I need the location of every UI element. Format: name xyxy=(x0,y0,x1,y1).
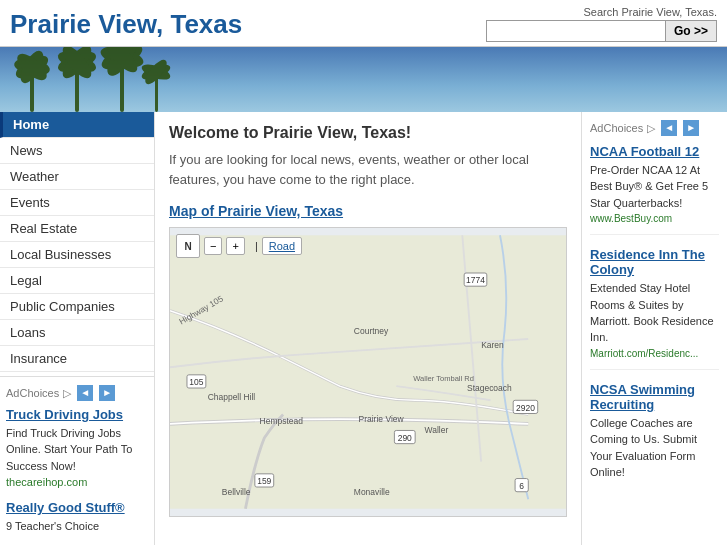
sidebar-adchoices-bar: AdChoices ▷ ◄ ► xyxy=(6,385,148,401)
sidebar-item-realestate[interactable]: Real Estate xyxy=(0,216,154,242)
svg-text:Karen: Karen xyxy=(481,340,504,350)
svg-text:Courtney: Courtney xyxy=(354,326,389,336)
svg-text:1774: 1774 xyxy=(466,275,485,285)
sidebar-item-news[interactable]: News xyxy=(0,138,154,164)
map-svg[interactable]: Courtney Karen Chappell Hill Hempstead P… xyxy=(170,228,566,516)
right-ad-2-url: Marriott.com/Residenc... xyxy=(590,348,719,359)
sidebar-ad-1-title[interactable]: Truck Driving Jobs xyxy=(6,407,148,422)
search-row: Go >> xyxy=(486,20,717,42)
sidebar-item-insurance[interactable]: Insurance xyxy=(0,346,154,372)
sidebar-item-events[interactable]: Events xyxy=(0,190,154,216)
map-zoom-in[interactable]: + xyxy=(226,237,244,255)
svg-text:105: 105 xyxy=(189,377,203,387)
right-ad-prev[interactable]: ◄ xyxy=(661,120,677,136)
right-ad-1-url: www.BestBuy.com xyxy=(590,213,719,224)
content-intro: If you are looking for local news, event… xyxy=(169,150,567,189)
sidebar-item-weather[interactable]: Weather xyxy=(0,164,154,190)
right-ad-1: NCAA Football 12 Pre-Order NCAA 12 At Be… xyxy=(590,144,719,235)
map-title[interactable]: Map of Prairie View, Texas xyxy=(169,203,567,219)
search-button[interactable]: Go >> xyxy=(666,20,717,42)
right-ad-next[interactable]: ► xyxy=(683,120,699,136)
map-toolbar: N − + | Road xyxy=(176,234,302,258)
right-ad-column: AdChoices ▷ ◄ ► NCAA Football 12 Pre-Ord… xyxy=(582,112,727,545)
right-ad-2: Residence Inn The Colony Extended Stay H… xyxy=(590,247,719,370)
svg-text:Prairie View: Prairie View xyxy=(359,414,405,424)
svg-text:Bellville: Bellville xyxy=(222,487,251,497)
search-area: Search Prairie View, Texas. Go >> xyxy=(486,6,717,42)
sidebar-ad-1-url: thecareihop.com xyxy=(6,476,148,488)
sidebar-item-publiccompanies[interactable]: Public Companies xyxy=(0,294,154,320)
sidebar: Home News Weather Events Real Estate Loc… xyxy=(0,112,155,545)
svg-text:Monaville: Monaville xyxy=(354,487,390,497)
page-header: Prairie View, Texas Search Prairie View,… xyxy=(0,0,727,47)
sidebar-ad-next[interactable]: ► xyxy=(99,385,115,401)
page-title: Prairie View, Texas xyxy=(10,9,242,40)
svg-text:159: 159 xyxy=(257,476,271,486)
sidebar-ad-2: Really Good Stuff® 9 Teacher's Choice xyxy=(6,500,148,534)
sidebar-ad-2-title[interactable]: Really Good Stuff® xyxy=(6,500,148,515)
sidebar-item-legal[interactable]: Legal xyxy=(0,268,154,294)
svg-text:Waller Tomball Rd: Waller Tomball Rd xyxy=(413,374,474,383)
sidebar-item-loans[interactable]: Loans xyxy=(0,320,154,346)
right-ad-1-title[interactable]: NCAA Football 12 xyxy=(590,144,719,159)
map-container: Courtney Karen Chappell Hill Hempstead P… xyxy=(169,227,567,517)
sidebar-ad-1-text: Find Truck Driving Jobs Online. Start Yo… xyxy=(6,427,132,472)
right-ad-3: NCSA Swimming Recruiting College Coaches… xyxy=(590,382,719,491)
svg-text:Stagecoach: Stagecoach xyxy=(467,383,512,393)
map-compass: N xyxy=(176,234,200,258)
svg-text:Hempstead: Hempstead xyxy=(260,416,304,426)
svg-text:290: 290 xyxy=(398,433,412,443)
svg-text:2920: 2920 xyxy=(516,403,535,413)
right-adchoices-bar: AdChoices ▷ ◄ ► xyxy=(590,120,719,136)
search-input[interactable] xyxy=(486,20,666,42)
right-ad-2-title[interactable]: Residence Inn The Colony xyxy=(590,247,719,277)
map-zoom-out[interactable]: − xyxy=(204,237,222,255)
search-label: Search Prairie View, Texas. xyxy=(584,6,718,18)
main-layout: Home News Weather Events Real Estate Loc… xyxy=(0,112,727,545)
sidebar-ad-2-text: 9 Teacher's Choice xyxy=(6,520,99,532)
sidebar-adchoices-label: AdChoices xyxy=(6,387,59,399)
right-adchoices-icon: ▷ xyxy=(647,122,655,135)
svg-text:Chappell Hill: Chappell Hill xyxy=(208,392,256,402)
right-ad-2-text: Extended Stay Hotel Rooms & Suites by Ma… xyxy=(590,282,714,343)
sidebar-adchoices-icon: ▷ xyxy=(63,387,71,400)
sidebar-item-home[interactable]: Home xyxy=(0,112,154,138)
sidebar-item-localbusinesses[interactable]: Local Businesses xyxy=(0,242,154,268)
content-title: Welcome to Prairie View, Texas! xyxy=(169,124,567,142)
right-adchoices-label: AdChoices xyxy=(590,122,643,134)
svg-rect-20 xyxy=(170,235,566,508)
right-ad-3-title[interactable]: NCSA Swimming Recruiting xyxy=(590,382,719,412)
banner xyxy=(0,47,727,112)
sidebar-ad-1: Truck Driving Jobs Find Truck Driving Jo… xyxy=(6,407,148,488)
svg-text:6: 6 xyxy=(519,481,524,491)
sidebar-ad-prev[interactable]: ◄ xyxy=(77,385,93,401)
right-ad-1-text: Pre-Order NCAA 12 At Best Buy® & Get Fre… xyxy=(590,164,708,209)
map-type-road[interactable]: Road xyxy=(262,237,302,255)
svg-text:Waller: Waller xyxy=(425,425,449,435)
right-ad-3-text: College Coaches are Coming to Us. Submit… xyxy=(590,417,697,478)
sidebar-ad-section: AdChoices ▷ ◄ ► Truck Driving Jobs Find … xyxy=(0,376,154,545)
content-area: Welcome to Prairie View, Texas! If you a… xyxy=(155,112,582,545)
